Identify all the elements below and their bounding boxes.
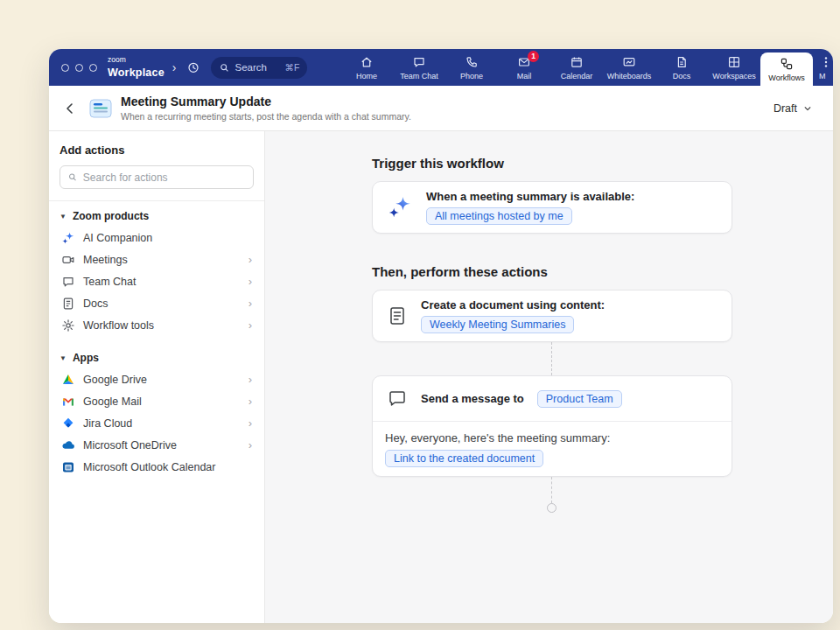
message-link-pill[interactable]: Link to the created document <box>385 450 543 467</box>
section-label: Zoom products <box>73 210 149 222</box>
actions-heading: Then, perform these actions <box>372 264 548 279</box>
tab-label: Mail <box>517 72 532 80</box>
calendar-icon <box>570 55 584 69</box>
create-document-text: Create a document using content: <box>421 298 605 312</box>
search-icon <box>219 62 230 74</box>
sidebar-item-label: Docs <box>83 298 108 310</box>
message-body: Hey, everyone, here's the meeting summar… <box>373 422 732 477</box>
docs-icon <box>675 55 689 69</box>
tab-more-partial[interactable]: M <box>813 49 833 86</box>
trigger-scope-pill[interactable]: All meetings hosted by me <box>426 207 572 225</box>
whiteboards-icon <box>622 55 636 69</box>
actions-search-box <box>60 165 254 189</box>
video-camera-icon <box>61 253 75 267</box>
sidebar-item-label: Meetings <box>83 254 128 266</box>
window-controls <box>61 64 97 72</box>
gmail-icon <box>61 395 75 409</box>
tab-label: Workspaces <box>712 72 755 80</box>
collapse-triangle-icon: ▼ <box>60 213 66 220</box>
chevron-right-icon: › <box>248 254 252 265</box>
document-lines-icon <box>387 305 408 326</box>
trigger-card[interactable]: When a meeting summary is available: All… <box>372 181 732 234</box>
sidebar-item-workflow-tools[interactable]: Workflow tools › <box>60 314 254 336</box>
tab-phone[interactable]: Phone <box>445 49 498 86</box>
back-button[interactable] <box>63 102 84 116</box>
send-message-card[interactable]: Send a message to Product Team Hey, ever… <box>372 375 732 477</box>
tab-calendar[interactable]: Calendar <box>550 49 603 86</box>
top-navbar: zoom Workplace › Search ⌘F Home Team Cha… <box>49 49 833 86</box>
workflow-end-node <box>547 503 556 513</box>
tab-label: Team Chat <box>400 72 438 80</box>
search-shortcut: ⌘F <box>285 62 300 73</box>
chevron-left-icon <box>63 102 77 116</box>
chevron-right-icon: › <box>248 396 252 407</box>
sidebar-item-team-chat[interactable]: Team Chat › <box>60 270 254 292</box>
tab-docs[interactable]: Docs <box>655 49 708 86</box>
window-control-dot[interactable] <box>75 64 83 72</box>
search-label: Search <box>234 62 266 73</box>
sidebar-item-label: Microsoft OneDrive <box>83 439 177 452</box>
sidebar-item-microsoft-onedrive[interactable]: Microsoft OneDrive › <box>60 434 254 456</box>
document-content-pill[interactable]: Weekly Meeting Summaries <box>421 316 574 333</box>
workflows-icon <box>780 57 794 71</box>
ai-sparkle-icon <box>387 194 413 220</box>
trigger-text: When a meeting summary is available: <box>426 190 634 203</box>
onedrive-icon <box>61 438 75 452</box>
mail-icon-wrapper: 1 <box>517 55 531 69</box>
actions-search-input[interactable] <box>83 172 246 184</box>
tab-label: Workflows <box>768 74 804 82</box>
tab-mail[interactable]: 1 Mail <box>498 49 550 86</box>
tab-label: Docs <box>673 72 691 80</box>
tab-workflows[interactable]: Workflows <box>760 52 813 86</box>
chevron-right-icon: › <box>248 319 252 331</box>
tab-whiteboards[interactable]: Whiteboards <box>603 49 655 86</box>
tab-label: Phone <box>460 72 483 80</box>
more-icon <box>819 55 833 69</box>
navbar-tabs: Home Team Chat Phone 1 Mail Calendar <box>340 49 833 86</box>
tab-label: M <box>819 72 826 80</box>
sidebar-item-microsoft-outlook-calendar[interactable]: Microsoft Outlook Calendar <box>60 456 254 478</box>
section-apps[interactable]: ▼ Apps <box>60 352 254 364</box>
chat-bubble-icon <box>61 275 75 289</box>
chevron-right-icon: › <box>248 298 252 309</box>
sidebar-item-google-mail[interactable]: Google Mail › <box>60 390 254 412</box>
sidebar-item-meetings[interactable]: Meetings › <box>60 248 254 270</box>
window-control-dot[interactable] <box>61 64 69 72</box>
actions-sidebar: Add actions ▼ Zoom products AI Companion <box>49 131 265 623</box>
tab-workspaces[interactable]: Workspaces <box>708 49 760 86</box>
global-search-button[interactable]: Search ⌘F <box>211 57 307 79</box>
ai-companion-sparkle-icon <box>61 231 75 245</box>
workflow-subtitle: When a recurring meeting starts, post th… <box>121 111 411 122</box>
brand-workplace: Workplace <box>108 66 164 79</box>
history-icon[interactable] <box>184 58 203 77</box>
brand-zoom: zoom <box>108 56 164 64</box>
connector-line <box>551 342 552 375</box>
sidebar-item-jira-cloud[interactable]: Jira Cloud › <box>60 412 254 434</box>
workflow-title-block: Meeting Summary Update When a recurring … <box>121 94 411 122</box>
connector-line <box>551 477 552 503</box>
status-dropdown[interactable]: Draft <box>774 102 812 115</box>
sidebar-item-label: Microsoft Outlook Calendar <box>83 461 215 473</box>
message-bubble-icon <box>387 388 408 410</box>
chevron-down-icon <box>803 104 812 113</box>
message-text: Hey, everyone, here's the meeting summar… <box>385 431 719 444</box>
chevron-right-icon: › <box>248 374 252 385</box>
tab-label: Home <box>356 72 377 80</box>
sidebar-item-ai-companion[interactable]: AI Companion <box>60 227 254 248</box>
sidebar-item-label: Workflow tools <box>83 319 154 332</box>
recipient-pill[interactable]: Product Team <box>537 390 622 408</box>
trigger-heading: Trigger this workflow <box>372 156 504 171</box>
body-row: Add actions ▼ Zoom products AI Companion <box>49 131 833 623</box>
workflow-header: Meeting Summary Update When a recurring … <box>49 86 833 131</box>
chevron-right-icon: › <box>248 417 252 429</box>
sidebar-item-docs[interactable]: Docs › <box>60 292 254 314</box>
outlook-calendar-icon <box>61 460 75 474</box>
create-document-card[interactable]: Create a document using content: Weekly … <box>372 290 732 342</box>
brand-expand-chevron-icon[interactable]: › <box>172 60 177 74</box>
google-drive-icon <box>61 373 75 387</box>
tab-home[interactable]: Home <box>340 49 393 86</box>
sidebar-item-google-drive[interactable]: Google Drive › <box>60 368 254 390</box>
section-zoom-products[interactable]: ▼ Zoom products <box>60 210 254 222</box>
tab-team-chat[interactable]: Team Chat <box>393 49 445 86</box>
window-control-dot[interactable] <box>89 64 97 72</box>
